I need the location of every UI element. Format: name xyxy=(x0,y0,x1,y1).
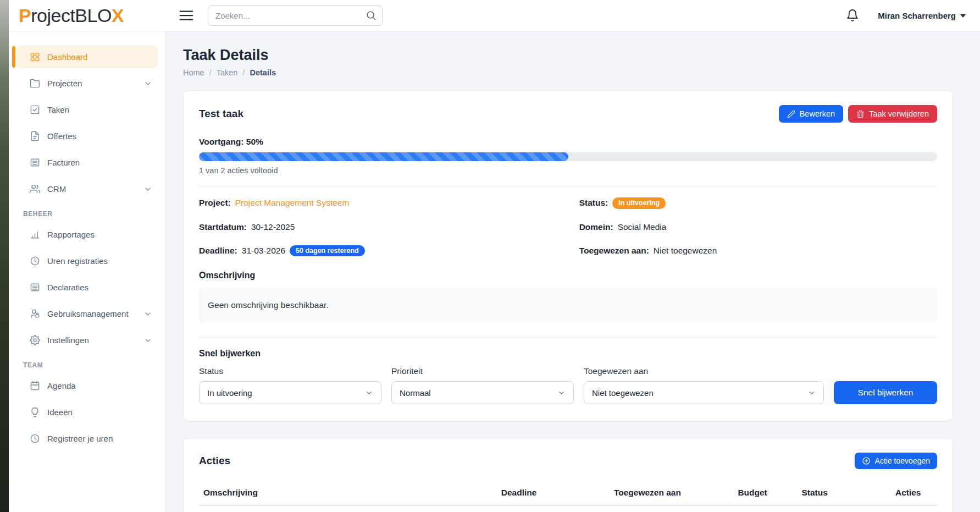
background-photo-strip xyxy=(0,0,9,512)
status-select[interactable]: In uitvoering xyxy=(199,381,381,404)
sidebar-item-offertes[interactable]: Offertes xyxy=(16,125,158,147)
delete-task-button[interactable]: Taak verwijderen xyxy=(848,105,937,123)
sidebar-item-declaraties[interactable]: Declaraties xyxy=(16,276,158,299)
detail-project: Project: Project Management Systeem xyxy=(199,197,579,209)
column-header-toegewezen-aan: Toegewezen aan xyxy=(610,481,734,505)
sidebar-item-rapportages[interactable]: Rapportages xyxy=(16,223,158,246)
task-title: Test taak xyxy=(199,108,243,120)
sidebar-item-uren-registraties[interactable]: Uren registraties xyxy=(16,250,158,272)
sidebar-item-label: Declaraties xyxy=(47,283,88,292)
sidebar-item-label: Rapportages xyxy=(47,230,95,239)
quick-update-row: StatusIn uitvoeringPrioriteitNormaalToeg… xyxy=(199,366,937,404)
progress-bar-fill xyxy=(199,152,568,161)
detail-startdatum: Startdatum: 30-12-2025 xyxy=(199,222,579,232)
quick-update-submit-button[interactable]: Snel bijwerken xyxy=(834,381,937,404)
logo-text: BLO xyxy=(75,5,112,26)
top-bar: ProjectBLOX Miran Scharrenberg xyxy=(9,0,980,31)
actions-title: Acties xyxy=(199,455,230,467)
caret-down-icon xyxy=(960,14,966,18)
sidebar-item-instellingen[interactable]: Instellingen xyxy=(16,329,158,351)
prioriteit-select[interactable]: Normaal xyxy=(391,381,574,404)
toegewezen-aan-select[interactable]: Niet toegewezen xyxy=(584,381,824,404)
chevron-down-icon xyxy=(557,389,566,397)
sidebar-item-dashboard[interactable]: Dashboard xyxy=(16,46,158,68)
detail-deadline: Deadline: 31-03-2026 50 dagen resterend xyxy=(199,245,579,257)
bulb-icon xyxy=(30,407,40,417)
clock-icon xyxy=(30,433,40,444)
sidebar-item-idee-n[interactable]: Ideeën xyxy=(16,401,158,423)
file-text-icon xyxy=(30,131,40,141)
cell-status: Afgerond xyxy=(797,505,890,512)
column-header-omschrijving: Omschrijving xyxy=(199,481,497,505)
breadcrumb-home[interactable]: Home xyxy=(183,68,204,77)
edit-task-button[interactable]: Bewerken xyxy=(779,105,843,123)
breadcrumb-separator: / xyxy=(242,68,245,77)
sidebar-item-taken[interactable]: Taken xyxy=(16,98,158,121)
project-link[interactable]: Project Management Systeem xyxy=(235,198,350,208)
search-input[interactable] xyxy=(208,5,383,26)
gear-icon xyxy=(30,335,40,345)
chevron-down-icon xyxy=(143,185,152,194)
quick-field-prioriteit: PrioriteitNormaal xyxy=(391,366,574,404)
column-header-status: Status xyxy=(797,481,890,505)
sidebar-item-label: Ideeën xyxy=(47,408,73,417)
chevron-down-icon xyxy=(143,310,152,318)
sidebar-item-label: Gebruiksmanagement xyxy=(47,309,129,318)
app-window: ProjectBLOX Miran Scharrenberg Dashboard… xyxy=(9,0,980,512)
sidebar-item-crm[interactable]: CRM xyxy=(16,178,158,200)
breadcrumb-details: Details xyxy=(250,68,276,77)
sidebar-item-facturen[interactable]: Facturen xyxy=(16,151,158,174)
search-icon[interactable] xyxy=(366,10,377,21)
check-square-icon xyxy=(30,104,40,115)
user-name: Miran Scharrenberg xyxy=(878,11,956,20)
folder-icon xyxy=(30,78,40,89)
breadcrumb-taken[interactable]: Taken xyxy=(217,68,238,77)
search-box xyxy=(208,5,383,26)
user-menu[interactable]: Miran Scharrenberg xyxy=(878,11,966,20)
pencil-icon xyxy=(787,110,795,118)
field-label: Prioriteit xyxy=(391,366,574,376)
users-icon xyxy=(30,184,40,194)
actions-card: Acties Actie toevoegen OmschrijvingDeadl… xyxy=(183,438,953,512)
sidebar: DashboardProjectenTakenOffertesFacturenC… xyxy=(9,31,166,512)
sidebar-item-registreer-je-uren[interactable]: Registreer je uren xyxy=(16,427,158,450)
app-logo[interactable]: ProjectBLOX xyxy=(19,5,166,26)
chevron-down-icon xyxy=(143,79,152,88)
main-content: Taak Details Home/Taken/Details Test taa… xyxy=(166,31,980,512)
chevron-down-icon xyxy=(807,389,816,397)
cell-deadline: 15-02-2026 00:00 xyxy=(497,505,610,512)
sidebar-item-label: Agenda xyxy=(47,381,76,390)
menu-toggle-icon[interactable] xyxy=(178,7,195,24)
breadcrumb: Home/Taken/Details xyxy=(183,68,953,77)
logo-text: X xyxy=(112,5,124,26)
logo-text: roject xyxy=(31,5,75,26)
sidebar-item-projecten[interactable]: Projecten xyxy=(16,72,158,95)
field-label: Status xyxy=(199,366,381,376)
column-header-deadline: Deadline xyxy=(497,481,610,505)
notifications-bell-icon[interactable] xyxy=(846,9,859,22)
list-box-icon xyxy=(30,157,40,168)
add-action-button[interactable]: Actie toevoegen xyxy=(855,453,937,469)
cell-omschrijving: marketing plan maken xyxy=(199,505,497,512)
sidebar-item-label: Registreer je uren xyxy=(47,434,113,443)
detail-toegewezen: Toegewezen aan: Niet toegewezen xyxy=(579,245,937,257)
sidebar-section-title: BEHEER xyxy=(23,210,158,218)
sidebar-item-label: Facturen xyxy=(47,158,80,167)
cell-acties xyxy=(891,505,937,512)
plus-circle-icon xyxy=(862,456,871,465)
column-header-budget: Budget xyxy=(733,481,797,505)
sidebar-item-label: Offertes xyxy=(47,131,76,141)
field-label: Toegewezen aan xyxy=(584,366,824,376)
selected-value: In uitvoering xyxy=(207,388,252,398)
sidebar-item-gebruiksmanagement[interactable]: Gebruiksmanagement xyxy=(16,302,158,325)
cell-toegewezen: Miran Scharrenberg xyxy=(610,505,734,512)
sidebar-item-label: Taken xyxy=(47,105,69,114)
quick-field-status: StatusIn uitvoering xyxy=(199,366,381,404)
chevron-down-icon xyxy=(365,389,373,397)
chevron-down-icon xyxy=(143,336,152,345)
sidebar-item-agenda[interactable]: Agenda xyxy=(16,375,158,397)
breadcrumb-separator: / xyxy=(209,68,212,77)
quick-field-toegewezen-aan: Toegewezen aanNiet toegewezen xyxy=(584,366,824,404)
list-box-icon xyxy=(30,282,40,293)
sidebar-item-label: Instellingen xyxy=(47,335,89,345)
